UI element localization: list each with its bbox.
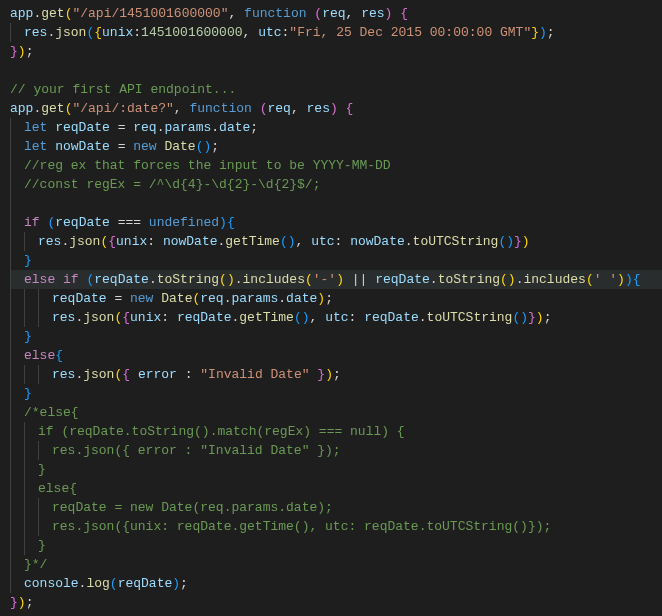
code-line[interactable]: res.json({ error : "Invalid Date" });: [10, 441, 662, 460]
code-token: app: [10, 101, 33, 116]
code-line[interactable]: if (reqDate.toString().match(regEx) === …: [10, 422, 662, 441]
code-token: ): [522, 234, 530, 249]
code-line[interactable]: }: [10, 327, 662, 346]
code-token: req: [268, 101, 291, 116]
code-token: nowDate: [350, 234, 405, 249]
code-token: //reg ex that forces the input to be YYY…: [24, 158, 391, 173]
code-token: res: [52, 310, 75, 325]
code-token: includes: [523, 272, 585, 287]
code-line[interactable]: [10, 61, 662, 80]
code-token: {: [227, 215, 235, 230]
code-token: [392, 6, 400, 21]
code-line[interactable]: res.json({ error : "Invalid Date" });: [10, 365, 662, 384]
code-line[interactable]: else if (reqDate.toString().includes('-'…: [10, 270, 662, 289]
code-token: }: [514, 234, 522, 249]
code-token: function: [244, 6, 306, 21]
code-token: nowDate: [163, 234, 218, 249]
code-token: ,: [174, 101, 190, 116]
code-token: [55, 272, 63, 287]
code-line[interactable]: reqDate = new Date(req.params.date);: [10, 498, 662, 517]
code-token: let: [24, 120, 47, 135]
code-token: .: [211, 120, 219, 135]
code-token: utc: [311, 234, 334, 249]
code-token: =: [110, 139, 133, 154]
code-line[interactable]: //reg ex that forces the input to be YYY…: [10, 156, 662, 175]
code-token: ;: [250, 120, 258, 135]
code-token: }: [10, 44, 18, 59]
code-line[interactable]: let reqDate = req.params.date;: [10, 118, 662, 137]
code-line[interactable]: }: [10, 460, 662, 479]
code-line[interactable]: }: [10, 384, 662, 403]
code-token: ): [330, 101, 338, 116]
code-token: error: [138, 367, 177, 382]
code-token: {: [108, 234, 116, 249]
code-token: =: [107, 291, 130, 306]
code-token: ,: [228, 6, 244, 21]
code-token: res: [361, 6, 384, 21]
code-line[interactable]: res.json({unix: reqDate.getTime(), utc: …: [10, 308, 662, 327]
code-line[interactable]: res.json({unix: nowDate.getTime(), utc: …: [10, 232, 662, 251]
code-token: Date: [161, 291, 192, 306]
code-line[interactable]: });: [10, 593, 662, 612]
code-token: ,: [346, 6, 362, 21]
code-token: {: [55, 348, 63, 363]
code-token: app: [10, 6, 33, 21]
code-token: (: [314, 6, 322, 21]
code-token: toString: [157, 272, 219, 287]
code-token: .: [149, 272, 157, 287]
code-line[interactable]: let nowDate = new Date();: [10, 137, 662, 156]
code-token: }: [24, 386, 32, 401]
code-token: [252, 101, 260, 116]
code-token: console: [24, 576, 79, 591]
code-token: /*else{: [24, 405, 79, 420]
code-line[interactable]: if (reqDate === undefined){: [10, 213, 662, 232]
code-token: reqDate: [177, 310, 232, 325]
code-token: .: [430, 272, 438, 287]
code-token: reqDate: [118, 576, 173, 591]
code-token: res: [38, 234, 61, 249]
code-line[interactable]: reqDate = new Date(req.params.date);: [10, 289, 662, 308]
code-token: new: [130, 291, 153, 306]
code-token: .: [235, 272, 243, 287]
code-token: }: [38, 538, 46, 553]
code-token: {: [94, 25, 102, 40]
code-token: reqDate: [55, 120, 110, 135]
code-token: else: [24, 348, 55, 363]
code-line[interactable]: res.json({unix:1451001600000, utc:"Fri, …: [10, 23, 662, 42]
code-line[interactable]: //const regEx = /^\d{4}-\d{2}-\d{2}$/;: [10, 175, 662, 194]
code-editor[interactable]: app.get("/api/1451001600000", function (…: [0, 0, 662, 616]
code-line[interactable]: console.log(reqDate);: [10, 574, 662, 593]
code-token: else: [24, 272, 55, 287]
code-line[interactable]: }: [10, 251, 662, 270]
code-token: ): [617, 272, 625, 287]
code-line[interactable]: app.get("/api/1451001600000", function (…: [10, 4, 662, 23]
code-token: date: [219, 120, 250, 135]
code-token: }: [24, 329, 32, 344]
code-line[interactable]: else{: [10, 479, 662, 498]
code-line[interactable]: }*/: [10, 555, 662, 574]
code-line[interactable]: }: [10, 536, 662, 555]
code-token: [130, 367, 138, 382]
code-token: date: [286, 291, 317, 306]
code-token: unix: [102, 25, 133, 40]
code-token: (): [196, 139, 212, 154]
code-line[interactable]: // your first API endpoint...: [10, 80, 662, 99]
code-token: reqDate: [52, 291, 107, 306]
code-token: {: [400, 6, 408, 21]
code-token: new: [133, 139, 156, 154]
code-token: reqDate = new Date(req.params.date);: [52, 500, 333, 515]
code-token: if (reqDate.toString().match(regEx) === …: [38, 424, 405, 439]
code-token: toUTCString: [427, 310, 513, 325]
code-line[interactable]: app.get("/api/:date?", function (req, re…: [10, 99, 662, 118]
code-token: :: [335, 234, 351, 249]
code-line[interactable]: else{: [10, 346, 662, 365]
code-token: (: [586, 272, 594, 287]
code-line[interactable]: });: [10, 42, 662, 61]
code-token: (: [260, 101, 268, 116]
code-token: .: [405, 234, 413, 249]
code-line[interactable]: /*else{: [10, 403, 662, 422]
code-line[interactable]: [10, 194, 662, 213]
code-token: {: [122, 310, 130, 325]
code-token: ): [172, 576, 180, 591]
code-line[interactable]: res.json({unix: reqDate.getTime(), utc: …: [10, 517, 662, 536]
